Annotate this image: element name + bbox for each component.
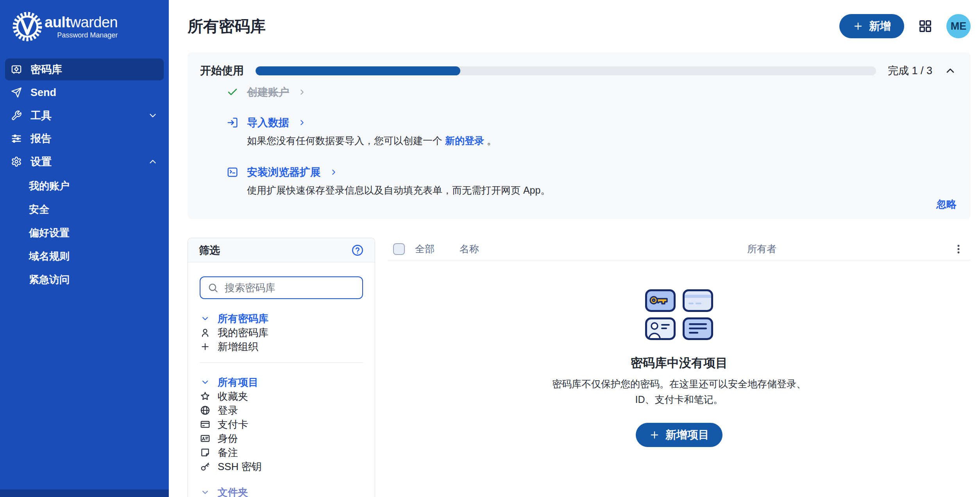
brand-subtitle: Password Manager [57, 31, 118, 39]
globe-icon [200, 405, 210, 415]
card-tile-icon [683, 289, 713, 312]
brand-name: aultwarden [45, 15, 118, 30]
vault-icon [11, 64, 22, 75]
sidebar-footer-strip [0, 490, 169, 497]
step-extension-description: 使用扩展快速保存登录信息以及自动填充表单，而无需打开网页 App。 [247, 184, 957, 197]
avatar[interactable]: ME [946, 14, 971, 38]
user-icon [200, 328, 210, 338]
tree-item-my-vault[interactable]: 我的密码库 [200, 326, 363, 340]
sidebar-subitem-security[interactable]: 安全 [0, 198, 169, 221]
new-button[interactable]: 新增 [839, 14, 904, 38]
grid-icon [917, 18, 933, 34]
sidebar-item-vault[interactable]: 密码库 [5, 59, 164, 80]
empty-vault-state: 密码库中没有项目 密码库不仅保护您的密码。在这里还可以安全地存储登录、 ID、支… [519, 289, 839, 447]
id-card-icon [200, 433, 210, 444]
step-create-account[interactable]: 创建账户 [227, 85, 957, 99]
chevron-down-icon [148, 110, 158, 121]
sidebar-item-label: Send [30, 87, 56, 99]
login-tile-icon [645, 289, 676, 312]
tree-item-favorites[interactable]: 收藏夹 [200, 389, 363, 403]
apps-menu-button[interactable] [917, 18, 933, 34]
tree-item-label: 新增组织 [218, 340, 258, 354]
progress-label: 完成 1 / 3 [888, 64, 932, 78]
vault-items-panel: 全部 名称 所有者 [388, 238, 971, 447]
filter-tree: 所有密码库 我的密码库 新增组织 所有项目 收藏 [200, 312, 363, 497]
items-table-header: 全部 名称 所有者 [388, 238, 971, 260]
sidebar-item-label: 报告 [30, 132, 52, 146]
filter-panel: 筛选 所有密码库 [188, 238, 375, 497]
desc-text: 。 [484, 135, 497, 146]
send-icon [11, 87, 22, 98]
tree-item-ssh-keys[interactable]: SSH 密钥 [200, 460, 363, 474]
tree-header-label: 所有项目 [218, 376, 258, 389]
collapse-getting-started-button[interactable] [944, 64, 957, 77]
dismiss-link[interactable]: 忽略 [936, 198, 957, 211]
tree-item-identities[interactable]: 身份 [200, 431, 363, 445]
sidebar-subitem-my-account[interactable]: 我的账户 [0, 174, 169, 198]
tree-divider [200, 362, 363, 363]
kebab-menu-icon [952, 242, 965, 256]
tree-item-label: SSH 密钥 [218, 460, 262, 474]
filter-help-button[interactable] [351, 244, 364, 257]
check-icon [227, 86, 238, 98]
tree-item-cards[interactable]: 支付卡 [200, 417, 363, 431]
plus-icon [200, 342, 210, 352]
tree-item-label: 收藏夹 [218, 390, 248, 403]
step-label: 安装浏览器扩展 [247, 165, 321, 179]
tree-item-label: 支付卡 [218, 418, 248, 431]
getting-started-title: 开始使用 [200, 63, 244, 78]
tree-item-notes[interactable]: 备注 [200, 445, 363, 460]
chevron-down-icon [200, 488, 210, 497]
new-item-button[interactable]: 新增项目 [636, 423, 722, 447]
main-content: 所有密码库 新增 ME 开始使用 完成 1 / 3 [169, 0, 980, 497]
new-item-button-label: 新增项目 [665, 428, 709, 442]
tree-header-all-vaults[interactable]: 所有密码库 [200, 312, 363, 326]
note-tile-icon [683, 317, 713, 340]
sidebar-subitem-emergency-access[interactable]: 紧急访问 [0, 268, 169, 291]
brand-name-bold: ault [45, 14, 70, 30]
empty-desc-line2: ID、支付卡和笔记。 [519, 392, 839, 407]
vaultwarden-logo: aultwarden Password Manager [0, 0, 169, 42]
sidebar-item-label: 工具 [30, 109, 52, 123]
chevron-up-icon [944, 64, 957, 77]
chevron-up-icon [148, 157, 158, 167]
tree-item-label: 登录 [218, 404, 238, 417]
sidebar-item-reports[interactable]: 报告 [5, 128, 164, 150]
new-login-link[interactable]: 新的登录 [445, 135, 484, 146]
sidebar-subitem-domain-rules[interactable]: 域名规则 [0, 244, 169, 268]
identity-tile-icon [645, 317, 676, 340]
desc-text: 如果您没有任何数据要导入，您可以创建一个 [247, 135, 445, 146]
chevron-right-icon [329, 168, 338, 176]
step-label: 导入数据 [247, 116, 289, 130]
step-install-extension[interactable]: 安装浏览器扩展 [227, 165, 957, 179]
progress-fill [256, 66, 460, 75]
sidebar-subitem-preferences[interactable]: 偏好设置 [0, 221, 169, 244]
note-icon [200, 447, 210, 458]
empty-vault-title: 密码库中没有项目 [519, 355, 839, 371]
sidebar-item-settings[interactable]: 设置 [5, 151, 164, 173]
sidebar-item-tools[interactable]: 工具 [5, 105, 164, 126]
tree-item-new-organization[interactable]: 新增组织 [200, 340, 363, 354]
table-options-button[interactable] [950, 241, 967, 257]
empty-vault-illustration [645, 289, 713, 340]
tree-item-label: 我的密码库 [218, 326, 268, 340]
getting-started-card: 开始使用 完成 1 / 3 创建账户 [188, 52, 971, 219]
filter-title: 筛选 [199, 243, 220, 257]
chevron-right-icon [298, 118, 306, 127]
tree-header-label: 文件夹 [218, 486, 248, 497]
wrench-icon [11, 110, 22, 121]
select-all-checkbox[interactable] [393, 243, 405, 255]
step-import-data[interactable]: 导入数据 [227, 116, 957, 130]
search-icon [207, 282, 218, 293]
sidebar-item-send[interactable]: Send [5, 82, 164, 103]
topbar: 所有密码库 新增 ME [169, 0, 980, 52]
key-icon [200, 461, 210, 472]
column-name: 名称 [460, 242, 479, 255]
step-import-description: 如果您没有任何数据要导入，您可以创建一个 新的登录 。 [247, 134, 957, 147]
empty-desc-line1: 密码库不仅保护您的密码。在这里还可以安全地存储登录、 [519, 376, 839, 392]
search-input[interactable] [225, 282, 355, 294]
tree-header-folders[interactable]: 文件夹 [200, 485, 363, 497]
tree-header-all-items[interactable]: 所有项目 [200, 375, 363, 389]
new-button-label: 新增 [869, 19, 891, 34]
tree-item-logins[interactable]: 登录 [200, 403, 363, 417]
